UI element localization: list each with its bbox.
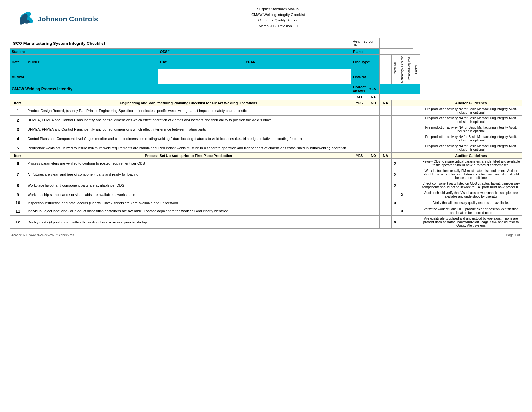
item-num: 6 <box>10 159 26 168</box>
item-num: 3 <box>10 125 26 134</box>
auditor-guideline: Verify the work cell and ODS provide cle… <box>420 206 522 216</box>
no-label: NO <box>351 94 367 100</box>
item-desc: DFMEA, PFMEA and Control Plans identify … <box>26 116 351 125</box>
checklist-title: SCO Manufacturing System Integrity Check… <box>10 38 351 49</box>
company-logo <box>10 6 35 32</box>
table-row: 11 Individual reject label and / or prod… <box>10 206 522 216</box>
correct-answer-label: Correct answer <box>351 84 367 94</box>
item-num: 7 <box>10 168 26 181</box>
auditor-guidelines-label: Auditor Guidelines <box>420 100 522 106</box>
table-row: 9 Workmanship sample and / or visual aid… <box>10 190 522 199</box>
item-num: 8 <box>10 181 26 190</box>
na-col-header-2: NA <box>380 153 392 159</box>
auditor-label: Auditor: <box>10 69 158 84</box>
yes-col-header: YES <box>351 100 367 106</box>
table-row: 1 Product Design Record, (usually Part P… <box>10 106 522 116</box>
auditor-guideline: Pre-production activiey NA for Basic Man… <box>420 106 522 116</box>
na-col-header: NA <box>380 100 392 106</box>
item-num: 5 <box>10 143 26 153</box>
table-row: 4 Control Plans and Component level Gage… <box>10 134 522 143</box>
fixture-label: Fixture: <box>351 69 379 84</box>
auditor-guideline: Pre-production activiey NA for Basic Man… <box>420 125 522 134</box>
plant-label: Plant: <box>351 49 379 55</box>
correct-answer-value: YES <box>367 84 380 94</box>
checklist-title-row: SCO Manufacturing System Integrity Check… <box>10 38 522 49</box>
item-desc: Inspection instruction and data records … <box>26 199 351 206</box>
table-row: 2 DFMEA, PFMEA and Control Plans identif… <box>10 116 522 125</box>
item-num: 12 <box>10 216 26 229</box>
logo-area: Johnson Controls <box>10 6 98 32</box>
item-desc: Control Plans and Component level Gages … <box>26 134 351 143</box>
station-row: Station: ODS# Plant: <box>10 49 522 55</box>
page: Johnson Controls Supplier Standards Manu… <box>0 0 532 412</box>
table-row: 3 DFMEA, PFMEA and Control Plans identif… <box>10 125 522 134</box>
gmaw-section-row: GMAW Welding Process Integrity Correct a… <box>10 84 522 94</box>
year-label: YEAR <box>244 55 351 69</box>
auditor-guideline: Review ODS to insure critical parameters… <box>420 159 522 168</box>
table-row: 7 All fixtures are clean and free of com… <box>10 168 522 181</box>
doc-title: Supplier Standards Manual GMAW Welding I… <box>251 6 305 29</box>
item-num: 1 <box>10 106 26 116</box>
yes-col-header-2: YES <box>351 153 367 159</box>
auditor-guideline: Check component parts listed on ODS vs a… <box>420 181 522 190</box>
item-desc: Product Design Record, (usually Part Pri… <box>26 106 351 116</box>
table-row: 8 Workplace layout and component parts a… <box>10 181 522 190</box>
table-row: 12 Quality alerts (if posted) are within… <box>10 216 522 229</box>
date-label: Date: <box>10 55 26 69</box>
auditor-guideline: Pre-production activiey NA for Basic Man… <box>420 116 522 125</box>
section1-title: Engineering and Manufacturing Planning C… <box>26 100 351 106</box>
no-na-row: NO NA <box>10 94 522 100</box>
station-value: ODS# <box>158 49 351 55</box>
checklist-table: SCO Manufacturing System Integrity Check… <box>10 38 522 229</box>
rev-area: Rev: 25-Jun-04 <box>351 38 379 49</box>
station-label: Station: <box>10 49 158 55</box>
auditor-guidelines-label-2: Auditor Guidelines <box>420 153 522 159</box>
item-desc: Quality alerts (if posted) are within th… <box>26 216 351 229</box>
table-row: 6 Process parameters are verified to con… <box>10 159 522 168</box>
line-type-label: Line Type: <box>351 55 379 69</box>
footer-page: Page:1 of 9 <box>506 233 522 237</box>
auditor-row: Auditor: Fixture: <box>10 69 522 84</box>
auditor-guideline: Work instructions or daily PM must state… <box>420 168 522 181</box>
item-num: 10 <box>10 199 26 206</box>
auditor-guideline: Pre-production activiey NA for Basic Man… <box>420 143 522 153</box>
doc-title-line2: GMAW Welding Integrity Checklist <box>251 12 305 18</box>
item-desc: Workplace layout and component parts are… <box>26 181 351 190</box>
item-desc: Process parameters are verified to confo… <box>26 159 351 168</box>
rev-label: Rev: <box>353 39 360 43</box>
section2-header-row: Item Process Set Up Audit prior to First… <box>10 153 522 159</box>
day-label: DAY <box>158 55 244 69</box>
col-deviation-required: Deviation Required <box>407 57 411 82</box>
item-num: 11 <box>10 206 26 216</box>
na-label: NA <box>367 94 380 100</box>
item-desc: Workmanship sample and / or visual aids … <box>26 190 351 199</box>
auditor-guideline: Verity that all necessary quality record… <box>420 199 522 206</box>
section2-title: Process Set Up Audit prior to First Piec… <box>26 153 351 159</box>
month-label: MONTH <box>26 55 158 69</box>
date-row: Date: MONTH DAY YEAR Line Type: Procedur… <box>10 55 522 69</box>
auditor-guideline: Pre-production activiey NA for Basic Man… <box>420 134 522 143</box>
item-num: 9 <box>10 190 26 199</box>
doc-title-line3: Chapter 7 Quality Section <box>251 18 305 23</box>
section-label: GMAW Welding Process Integrity <box>10 84 351 94</box>
procedural-x: X <box>392 159 399 168</box>
company-name: Johnson Controls <box>38 15 98 23</box>
item-desc: Individual reject label and / or product… <box>26 206 351 216</box>
col-capital: Capital <box>415 65 418 74</box>
table-row: 5 Redundant welds are utilized to insure… <box>10 143 522 153</box>
col-mandatory-expense: Mandatory / Expense <box>400 56 404 83</box>
doc-title-line1: Supplier Standards Manual <box>251 6 305 12</box>
auditor-guideline: Are quality alerts utilized and understo… <box>420 216 522 229</box>
item-desc: DFMEA, PFMEA and Control Plans identify … <box>26 125 351 134</box>
item-num: 2 <box>10 116 26 125</box>
footer-file: 3424abc0-0974-4b76-93d8-e923f5edc8c7.xls <box>10 233 74 237</box>
item-desc: Redundant welds are utilized to insure m… <box>26 143 351 153</box>
page-header: Johnson Controls Supplier Standards Manu… <box>10 6 522 32</box>
col-procedural: Procedural <box>393 62 397 77</box>
section1-header-row: Item Engineering and Manufacturing Plann… <box>10 100 522 106</box>
page-footer: 3424abc0-0974-4b76-93d8-e923f5edc8c7.xls… <box>10 233 522 237</box>
item-num: 4 <box>10 134 26 143</box>
item-col-header-2: Item <box>10 153 26 159</box>
auditor-guideline: Auditor should verify that Visual aids o… <box>420 190 522 199</box>
item-col-header: Item <box>10 100 26 106</box>
